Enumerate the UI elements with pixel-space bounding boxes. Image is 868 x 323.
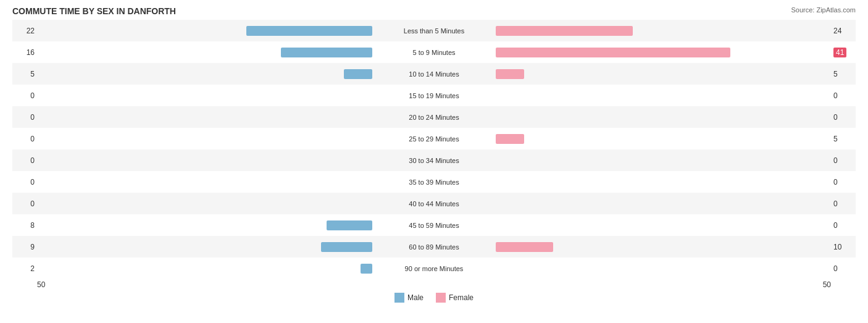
chart-row: 0 20 to 24 Minutes 0 xyxy=(12,106,856,128)
bar-section: 35 to 39 Minutes xyxy=(37,171,831,193)
highlight-value: 41 xyxy=(833,48,846,57)
chart-container: COMMUTE TIME BY SEX IN DANFORTH Source: … xyxy=(0,0,868,323)
female-bar-side xyxy=(496,48,831,57)
female-bar-side xyxy=(496,156,831,166)
female-bar-side xyxy=(496,264,831,274)
chart-title: COMMUTE TIME BY SEX IN DANFORTH xyxy=(12,6,856,16)
right-value: 0 xyxy=(831,156,856,165)
male-bar-side xyxy=(37,242,372,252)
bar-section: 90 or more Minutes xyxy=(37,258,831,279)
bar-section: 25 to 29 Minutes xyxy=(37,128,831,149)
right-value: 0 xyxy=(831,199,856,208)
row-label: 30 to 34 Minutes xyxy=(372,157,496,164)
row-label: 5 to 9 Minutes xyxy=(372,49,496,56)
female-bar xyxy=(496,48,730,57)
left-value: 0 xyxy=(12,156,37,165)
male-bar xyxy=(361,264,372,274)
female-color-box xyxy=(436,293,446,303)
row-label: 45 to 59 Minutes xyxy=(372,222,496,229)
male-bar-side xyxy=(37,91,372,101)
male-bar-side xyxy=(37,26,372,36)
right-value: 0 xyxy=(831,221,856,230)
male-label: Male xyxy=(407,293,424,302)
left-value: 9 xyxy=(12,243,37,251)
male-bar-side xyxy=(37,48,372,57)
left-value: 0 xyxy=(12,199,37,208)
chart-row: 2 90 or more Minutes 0 xyxy=(12,258,856,279)
left-value: 0 xyxy=(12,113,37,122)
left-value: 16 xyxy=(12,48,37,57)
left-value: 8 xyxy=(12,221,37,230)
row-label: 35 to 39 Minutes xyxy=(372,178,496,186)
row-label: 90 or more Minutes xyxy=(372,265,496,272)
right-value: 0 xyxy=(831,113,856,122)
right-value: 41 xyxy=(831,48,856,57)
female-label: Female xyxy=(449,293,474,302)
chart-row: 0 15 to 19 Minutes 0 xyxy=(12,85,856,106)
male-bar-side xyxy=(37,156,372,166)
female-bar-side xyxy=(496,199,831,209)
right-value: 5 xyxy=(831,70,856,78)
bar-section: 20 to 24 Minutes xyxy=(37,106,831,128)
female-bar xyxy=(496,242,553,252)
right-value: 0 xyxy=(831,178,856,187)
male-color-box xyxy=(394,293,404,303)
right-value: 5 xyxy=(831,135,856,143)
legend-male: Male xyxy=(394,293,424,303)
row-label: 10 to 14 Minutes xyxy=(372,70,496,78)
female-bar-side xyxy=(496,242,831,252)
male-bar-side xyxy=(37,177,372,187)
right-value: 0 xyxy=(831,264,856,273)
left-value: 5 xyxy=(12,70,37,78)
bar-section: 45 to 59 Minutes xyxy=(37,214,831,236)
legend: Male Female xyxy=(12,293,856,303)
bottom-labels: 50 50 xyxy=(12,280,856,289)
chart-row: 8 45 to 59 Minutes 0 xyxy=(12,214,856,236)
chart-row: 0 25 to 29 Minutes 5 xyxy=(12,128,856,149)
row-label: 15 to 19 Minutes xyxy=(372,92,496,99)
right-value: 10 xyxy=(831,243,856,251)
female-bar-side xyxy=(496,69,831,79)
male-bar-side xyxy=(37,220,372,230)
bar-section: Less than 5 Minutes xyxy=(37,20,831,41)
left-value: 22 xyxy=(12,27,37,35)
male-bar xyxy=(327,220,372,230)
right-value: 0 xyxy=(831,91,856,100)
female-bar-side xyxy=(496,177,831,187)
female-bar-side xyxy=(496,134,831,144)
female-bar xyxy=(496,134,524,144)
male-bar-side xyxy=(37,264,372,274)
female-bar xyxy=(496,69,524,79)
right-value: 24 xyxy=(831,27,856,35)
left-value: 2 xyxy=(12,264,37,273)
chart-row: 5 10 to 14 Minutes 5 xyxy=(12,63,856,85)
male-bar-side xyxy=(37,69,372,79)
bottom-left-label: 50 xyxy=(37,280,45,289)
bar-section: 60 to 89 Minutes xyxy=(37,236,831,258)
chart-row: 0 30 to 34 Minutes 0 xyxy=(12,149,856,171)
bar-section: 15 to 19 Minutes xyxy=(37,85,831,106)
bar-section: 40 to 44 Minutes xyxy=(37,193,831,214)
row-label: 40 to 44 Minutes xyxy=(372,200,496,208)
left-value: 0 xyxy=(12,178,37,187)
female-bar-side xyxy=(496,112,831,122)
chart-row: 9 60 to 89 Minutes 10 xyxy=(12,236,856,258)
row-label: Less than 5 Minutes xyxy=(372,27,496,35)
male-bar xyxy=(246,26,372,36)
bar-section: 30 to 34 Minutes xyxy=(37,149,831,171)
source-label: Source: ZipAtlas.com xyxy=(791,6,856,14)
male-bar-side xyxy=(37,112,372,122)
bottom-right-label: 50 xyxy=(823,280,831,289)
chart-area: 22 Less than 5 Minutes 24 16 5 to 9 Minu… xyxy=(12,20,856,279)
row-label: 60 to 89 Minutes xyxy=(372,243,496,251)
male-bar-side xyxy=(37,134,372,144)
female-bar-side xyxy=(496,26,831,36)
left-value: 0 xyxy=(12,135,37,143)
legend-female: Female xyxy=(436,293,474,303)
male-bar xyxy=(321,242,372,252)
row-label: 25 to 29 Minutes xyxy=(372,135,496,143)
female-bar-side xyxy=(496,91,831,101)
chart-row: 0 35 to 39 Minutes 0 xyxy=(12,171,856,193)
female-bar-side xyxy=(496,220,831,230)
male-bar xyxy=(281,48,372,57)
